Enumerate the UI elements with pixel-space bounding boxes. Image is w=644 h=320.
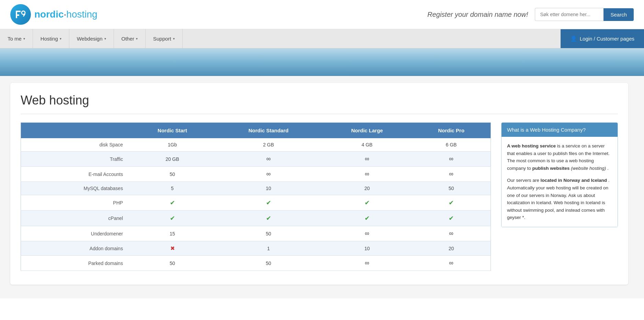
cross-icon: ✖ <box>170 245 175 251</box>
infinity-icon: ∞ <box>266 155 271 162</box>
table-cell-feature: Parked domains <box>21 256 130 271</box>
table-cell-large: 20 <box>322 182 412 195</box>
table-row: MySQL databases5102050 <box>21 182 491 195</box>
table-cell-large: 4 GB <box>322 138 412 152</box>
info-box-body: A web hosting service is a service on a … <box>502 137 618 227</box>
user-icon: 👤 <box>570 35 577 42</box>
col-header-start: Nordic Start <box>130 123 215 139</box>
infinity-icon: ∞ <box>449 230 453 237</box>
col-header-pro: Nordic Pro <box>412 123 491 139</box>
page-title: Web hosting <box>21 93 618 108</box>
nav-label-support: Support <box>153 36 171 42</box>
table-cell-start: ✖ <box>130 241 215 256</box>
checkmark-icon: ✔ <box>365 215 370 222</box>
checkmark-icon: ✔ <box>170 199 175 206</box>
table-cell-large: ∞ <box>322 167 412 182</box>
table-cell-pro: ✔ <box>412 211 491 226</box>
table-row: E-mail Accounts50∞∞∞ <box>21 167 491 182</box>
nav-items: To me ▾ Hosting ▾ Webdesign ▾ Other ▾ Su… <box>0 29 561 48</box>
table-row: Parked domains5050∞∞ <box>21 256 491 271</box>
table-row: Traffic20 GB∞∞∞ <box>21 152 491 167</box>
table-cell-large: ∞ <box>322 226 412 241</box>
table-header-row: Nordic Start Nordic Standard Nordic Larg… <box>21 123 491 139</box>
nav-label-to-me: To me <box>8 36 22 42</box>
table-cell-large: ∞ <box>322 152 412 167</box>
chevron-down-icon: ▾ <box>23 37 25 41</box>
nav-label-other: Other <box>122 36 135 42</box>
table-cell-start: 1Gb <box>130 138 215 152</box>
svg-rect-2 <box>16 14 19 16</box>
table-row: disk Space1Gb2 GB4 GB6 GB <box>21 138 491 152</box>
table-cell-pro: ∞ <box>412 226 491 241</box>
search-input[interactable] <box>535 8 603 21</box>
checkmark-icon: ✔ <box>170 215 175 222</box>
table-cell-start: 5 <box>130 182 215 195</box>
col-header-feature <box>21 123 130 139</box>
nav-item-to-me[interactable]: To me ▾ <box>0 29 33 48</box>
table-cell-standard: ✔ <box>215 195 322 211</box>
svg-rect-1 <box>16 11 21 12</box>
table-cell-feature: Traffic <box>21 152 130 167</box>
infinity-icon: ∞ <box>266 170 271 177</box>
table-cell-feature: E-mail Accounts <box>21 167 130 182</box>
title-divider <box>21 114 618 114</box>
pricing-table: Nordic Start Nordic Standard Nordic Larg… <box>21 122 491 271</box>
table-cell-standard: ∞ <box>215 167 322 182</box>
chevron-down-icon: ▾ <box>173 37 175 41</box>
search-button[interactable]: Search <box>603 8 634 21</box>
content-wrapper: Web hosting Nordic Start Nordic Standard… <box>10 83 628 285</box>
table-cell-standard: 10 <box>215 182 322 195</box>
chevron-down-icon: ▾ <box>136 37 138 41</box>
logo-icon <box>10 4 31 25</box>
table-cell-large: ✔ <box>322 195 412 211</box>
header: nordic·hosting Register your domain name… <box>0 0 644 29</box>
table-cell-feature: cPanel <box>21 211 130 226</box>
table-cell-pro: ✔ <box>412 195 491 211</box>
col-header-standard: Nordic Standard <box>215 123 322 139</box>
table-cell-feature: MySQL databases <box>21 182 130 195</box>
table-cell-feature: disk Space <box>21 138 130 152</box>
table-cell-standard: 50 <box>215 256 322 271</box>
nav-item-webdesign[interactable]: Webdesign ▾ <box>69 29 114 48</box>
table-row: cPanel✔✔✔✔ <box>21 211 491 226</box>
table-cell-standard: 50 <box>215 226 322 241</box>
nav-item-other[interactable]: Other ▾ <box>114 29 146 48</box>
main-content: Web hosting Nordic Start Nordic Standard… <box>0 76 644 298</box>
domain-search-form: Search <box>535 8 634 21</box>
table-cell-standard: 1 <box>215 241 322 256</box>
infinity-icon: ∞ <box>449 170 453 177</box>
info-para-1: A web hosting service is a service on a … <box>507 142 612 172</box>
checkmark-icon: ✔ <box>365 199 370 206</box>
table-cell-large: ✔ <box>322 211 412 226</box>
infinity-icon: ∞ <box>449 155 453 162</box>
login-label: Login / Customer pages <box>580 36 634 42</box>
table-cell-start: 15 <box>130 226 215 241</box>
table-cell-pro: ∞ <box>412 256 491 271</box>
table-cell-standard: 2 GB <box>215 138 322 152</box>
table-cell-pro: ∞ <box>412 152 491 167</box>
table-cell-standard: ✔ <box>215 211 322 226</box>
chevron-down-icon: ▾ <box>60 37 61 41</box>
table-row: PHP✔✔✔✔ <box>21 195 491 211</box>
table-cell-start: ✔ <box>130 195 215 211</box>
table-cell-large: ∞ <box>322 256 412 271</box>
table-row: Underdomener1550∞∞ <box>21 226 491 241</box>
nav-item-support[interactable]: Support ▾ <box>146 29 183 48</box>
table-cell-pro: 50 <box>412 182 491 195</box>
infinity-icon: ∞ <box>365 170 369 177</box>
info-italic-1: (website hosting) <box>571 166 606 171</box>
login-button[interactable]: 👤 Login / Customer pages <box>561 29 644 48</box>
checkmark-icon: ✔ <box>266 215 271 222</box>
checkmark-icon: ✔ <box>449 215 454 222</box>
infinity-icon: ∞ <box>449 260 453 266</box>
nav-item-hosting[interactable]: Hosting ▾ <box>33 29 69 48</box>
table-cell-pro: 6 GB <box>412 138 491 152</box>
infinity-icon: ∞ <box>365 260 369 266</box>
table-cell-feature: PHP <box>21 195 130 211</box>
infinity-icon: ∞ <box>365 230 369 237</box>
logo-area: nordic·hosting <box>10 4 97 25</box>
col-header-large: Nordic Large <box>322 123 412 139</box>
infinity-icon: ∞ <box>365 155 369 162</box>
table-cell-feature: Addon domains <box>21 241 130 256</box>
register-tagline: Register your domain name now! <box>427 11 528 19</box>
